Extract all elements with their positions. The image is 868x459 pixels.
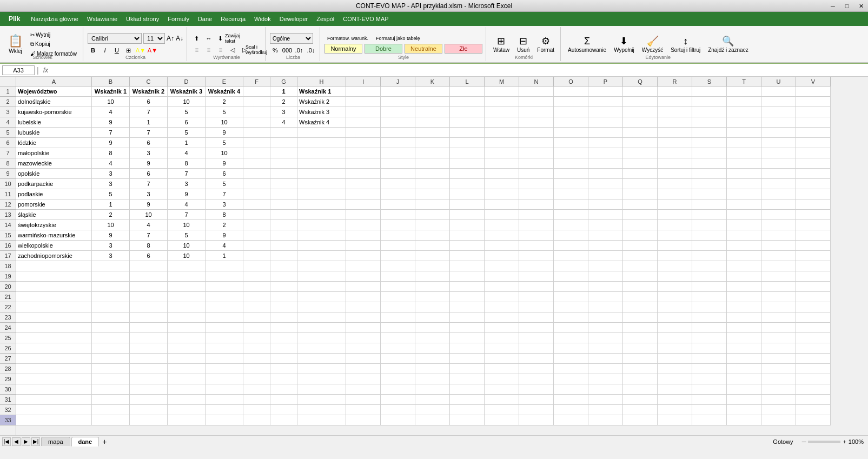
cell-P32[interactable] (588, 405, 623, 415)
row-header-11[interactable]: 11 (0, 189, 16, 199)
cell-P23[interactable] (588, 312, 623, 323)
cell-A3[interactable]: kujawsko-pomorskie (16, 107, 92, 117)
cell-N17[interactable] (519, 251, 554, 261)
cell-S5[interactable] (692, 128, 727, 138)
menu-widok[interactable]: Widok (250, 15, 275, 23)
cell-R4[interactable] (658, 117, 692, 128)
cell-R27[interactable] (658, 354, 692, 364)
comma-button[interactable]: 000 (282, 45, 293, 55)
cell-J18[interactable] (381, 261, 415, 271)
cell-M23[interactable] (485, 312, 519, 323)
fill-color-button[interactable]: A▼ (135, 45, 146, 55)
cell-M19[interactable] (485, 271, 519, 282)
cell-T1[interactable] (727, 87, 761, 97)
cell-V9[interactable] (796, 169, 831, 179)
cell-K20[interactable] (415, 282, 450, 292)
cell-J16[interactable] (381, 241, 415, 251)
cell-U21[interactable] (761, 292, 796, 302)
cell-O14[interactable] (554, 220, 588, 230)
cell-G6[interactable] (270, 138, 297, 148)
cell-Q28[interactable] (623, 364, 658, 374)
cell-M32[interactable] (485, 405, 519, 415)
col-header-M[interactable]: M (485, 77, 519, 87)
cell-L14[interactable] (450, 220, 485, 230)
cell-G15[interactable] (270, 230, 297, 241)
cell-L27[interactable] (450, 354, 485, 364)
cell-H28[interactable] (297, 364, 346, 374)
cell-N33[interactable] (519, 415, 554, 425)
col-header-R[interactable]: R (658, 77, 692, 87)
cell-L2[interactable] (450, 97, 485, 107)
cell-R23[interactable] (658, 312, 692, 323)
cell-C31[interactable] (130, 395, 168, 405)
cell-H26[interactable] (297, 343, 346, 354)
style-neutralne[interactable]: Neutralne (405, 44, 442, 54)
cell-A23[interactable] (16, 312, 92, 323)
cell-Q10[interactable] (623, 179, 658, 189)
cell-I19[interactable] (346, 271, 381, 282)
cell-C9[interactable]: 6 (130, 169, 168, 179)
row-header-24[interactable]: 24 (0, 323, 16, 333)
cell-R21[interactable] (658, 292, 692, 302)
cell-E7[interactable]: 10 (206, 148, 243, 158)
cell-Q20[interactable] (623, 282, 658, 292)
col-header-P[interactable]: P (588, 77, 623, 87)
cell-H23[interactable] (297, 312, 346, 323)
cell-D21[interactable] (168, 292, 206, 302)
cell-N23[interactable] (519, 312, 554, 323)
cell-N27[interactable] (519, 354, 554, 364)
cell-T13[interactable] (727, 210, 761, 220)
cell-B31[interactable] (92, 395, 130, 405)
cell-C30[interactable] (130, 384, 168, 395)
cell-I7[interactable] (346, 148, 381, 158)
col-header-F[interactable]: F (243, 77, 270, 87)
cell-J14[interactable] (381, 220, 415, 230)
cell-O15[interactable] (554, 230, 588, 241)
cell-O21[interactable] (554, 292, 588, 302)
cell-F9[interactable] (243, 169, 270, 179)
cell-J22[interactable] (381, 302, 415, 312)
cell-N25[interactable] (519, 333, 554, 343)
cell-F19[interactable] (243, 271, 270, 282)
cell-K28[interactable] (415, 364, 450, 374)
cell-S4[interactable] (692, 117, 727, 128)
col-header-H[interactable]: H (297, 77, 346, 87)
cell-K32[interactable] (415, 405, 450, 415)
cell-F4[interactable] (243, 117, 270, 128)
cell-V25[interactable] (796, 333, 831, 343)
cell-O29[interactable] (554, 374, 588, 384)
cell-B21[interactable] (92, 292, 130, 302)
font-shrink-icon[interactable]: A↓ (176, 35, 183, 42)
cell-K26[interactable] (415, 343, 450, 354)
cell-C25[interactable] (130, 333, 168, 343)
cell-N26[interactable] (519, 343, 554, 354)
cell-B27[interactable] (92, 354, 130, 364)
cell-G3[interactable]: 3 (270, 107, 297, 117)
cell-I1[interactable] (346, 87, 381, 97)
cell-A1[interactable]: Województwo (16, 87, 92, 97)
cell-C2[interactable]: 6 (130, 97, 168, 107)
cell-R1[interactable] (658, 87, 692, 97)
cell-U10[interactable] (761, 179, 796, 189)
cell-E16[interactable]: 4 (206, 241, 243, 251)
cell-A18[interactable] (16, 261, 92, 271)
cell-H24[interactable] (297, 323, 346, 333)
cell-E24[interactable] (206, 323, 243, 333)
cell-F32[interactable] (243, 405, 270, 415)
row-header-4[interactable]: 4 (0, 117, 16, 128)
cell-D4[interactable]: 6 (168, 117, 206, 128)
cell-L16[interactable] (450, 241, 485, 251)
cell-E13[interactable]: 8 (206, 210, 243, 220)
cell-T20[interactable] (727, 282, 761, 292)
cell-S31[interactable] (692, 395, 727, 405)
cell-G9[interactable] (270, 169, 297, 179)
cell-H30[interactable] (297, 384, 346, 395)
cell-C18[interactable] (130, 261, 168, 271)
cell-H15[interactable] (297, 230, 346, 241)
cell-T3[interactable] (727, 107, 761, 117)
cell-E20[interactable] (206, 282, 243, 292)
cell-M21[interactable] (485, 292, 519, 302)
col-header-C[interactable]: C (130, 77, 168, 87)
cell-U7[interactable] (761, 148, 796, 158)
cell-N32[interactable] (519, 405, 554, 415)
